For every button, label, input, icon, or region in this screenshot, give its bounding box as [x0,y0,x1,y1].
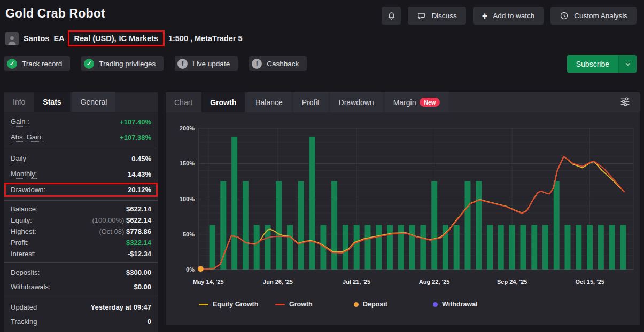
stat-value: 0.45% [131,155,151,163]
tab-label: Drawdown [339,98,374,107]
clock-icon [560,11,569,20]
svg-text:Sep 24, '25: Sep 24, '25 [497,279,527,285]
dot-swatch [354,302,359,307]
tab-label: Growth [210,98,236,107]
account-type: Real (USD), [74,34,117,43]
leverage-platform: 1:500 , MetaTrader 5 [168,34,243,43]
stats-tabs: InfoStatsGeneral [4,92,158,112]
svg-text:Aug 22, '25: Aug 22, '25 [419,279,450,285]
stat-row-withdrawals: Withdrawals:$0.00 [4,280,158,294]
sliders-icon [619,100,631,108]
tab-general[interactable]: General [72,92,116,112]
broker-link[interactable]: IC Markets [119,34,158,43]
stat-label: Equity: [11,216,32,224]
tab-profit[interactable]: Profit [293,92,328,112]
stat-value: $300.00 [126,268,151,276]
stat-row-deposits: Deposits:$300.00 [4,265,158,280]
subscribe-button[interactable]: Subscribe [567,55,637,73]
notifications-button[interactable] [382,7,401,25]
stat-row-equity: Equity:(100.00%) $622.14 [4,215,158,226]
badge-label: Cashback [267,60,299,68]
svg-text:100%: 100% [180,196,195,202]
stat-row-drawdown: Drawdown:20.12% [4,183,158,197]
add-to-watch-button[interactable]: + Add to watch [473,7,544,25]
stat-value: Yesterday at 09:47 [91,303,151,311]
svg-text:150%: 150% [180,160,195,167]
tab-label: Profit [302,98,320,107]
chevron-down-icon[interactable] [618,55,637,73]
tab-growth[interactable]: Growth [201,92,245,112]
badge-live-update: !Live update [175,56,238,71]
tab-label: Balance [255,98,283,107]
content: InfoStatsGeneral Gain :+107.40%Abs. Gain… [4,92,640,332]
tab-chart[interactable]: Chart [166,92,201,112]
legend-label: Deposit [363,301,387,308]
badge-label: Track record [22,60,62,68]
legend-label: Equity Growth [213,301,258,308]
tab-margin[interactable]: MarginNew [385,92,448,112]
stat-label: Abs. Gain: [11,133,43,142]
custom-analysis-button[interactable]: Custom Analysis [550,7,637,25]
chart-settings-button[interactable] [617,94,633,110]
avatar [5,32,19,45]
stat-label: Deposits: [11,268,40,276]
plus-icon: + [482,11,488,21]
stat-value: $622.14 [126,205,151,213]
discuss-button[interactable]: Discuss [408,7,465,25]
stat-row-gain: Gain :+107.40% [4,114,158,130]
tab-label: General [81,98,107,106]
add-to-watch-label: Add to watch [493,12,534,20]
chart-panel: ChartGrowthBalanceProfitDrawdownMarginNe… [166,92,640,325]
stat-label: Monthly: [11,170,37,179]
tab-label: Margin [393,98,416,107]
legend-equity-growth[interactable]: Equity Growth [199,301,258,308]
stat-value: 0 [148,318,151,326]
svg-text:Jul 21, '25: Jul 21, '25 [343,279,370,285]
discuss-label: Discuss [431,12,456,20]
tab-drawdown[interactable]: Drawdown [330,92,383,112]
svg-text:May 14, '25: May 14, '25 [193,279,224,285]
user-link[interactable]: Santos_EA [24,34,65,43]
stat-row-abs-gain: Abs. Gain:+107.38% [4,130,158,145]
tab-label: Info [13,98,25,106]
badge-track-record: ✓Track record [4,56,70,71]
stat-value: (100.00%) $622.14 [92,216,151,224]
stat-label: Profit: [11,239,29,247]
stat-label: Interest: [11,250,36,258]
svg-text:Oct 15, '25: Oct 15, '25 [575,279,604,285]
stats-section: Deposits:$300.00Withdrawals:$0.00 [4,263,158,297]
stats-panel: InfoStatsGeneral Gain :+107.40%Abs. Gain… [4,92,158,332]
legend-withdrawal[interactable]: Withdrawal [433,301,478,308]
stats-section: UpdatedYesterday at 09:47Tracking0 [4,297,158,331]
svg-text:200%: 200% [180,125,195,131]
account-row: Santos_EA Real (USD), IC Markets 1:500 ,… [5,30,243,46]
new-badge: New [420,98,440,107]
line-swatch [199,304,208,305]
page-title: Gold Crab Robot [5,6,105,21]
stats-section: Gain :+107.40%Abs. Gain:+107.38% [4,112,158,148]
stat-value: $322.14 [126,239,151,247]
stat-value: 20.12% [128,186,151,194]
tab-info[interactable]: Info [4,92,34,112]
legend-label: Growth [289,301,313,308]
stat-label: Gain : [11,117,29,127]
stat-label: Updated [11,303,37,311]
tab-balance[interactable]: Balance [247,92,291,112]
stat-value: +107.40% [120,118,151,126]
stat-label: Tracking [11,318,37,326]
line-swatch [275,304,285,305]
tab-stats[interactable]: Stats [34,92,69,112]
bell-icon [387,11,396,21]
chart-area: 0%50%100%150%200%May 14, '25Jun 26, '25J… [166,112,640,325]
check-icon: ✓ [7,59,17,69]
chart-tabs-row: ChartGrowthBalanceProfitDrawdownMarginNe… [166,92,640,112]
badge-trading-privileges: ✓Trading privileges [81,56,164,71]
tab-label: Stats [43,98,61,106]
svg-text:50%: 50% [183,231,195,238]
badge-label: Live update [192,60,230,68]
legend-growth[interactable]: Growth [275,301,313,308]
stat-label: Daily [11,154,26,163]
stat-value: $0.00 [134,283,151,291]
legend-deposit[interactable]: Deposit [354,301,387,308]
stat-label: Drawdown: [11,186,45,194]
